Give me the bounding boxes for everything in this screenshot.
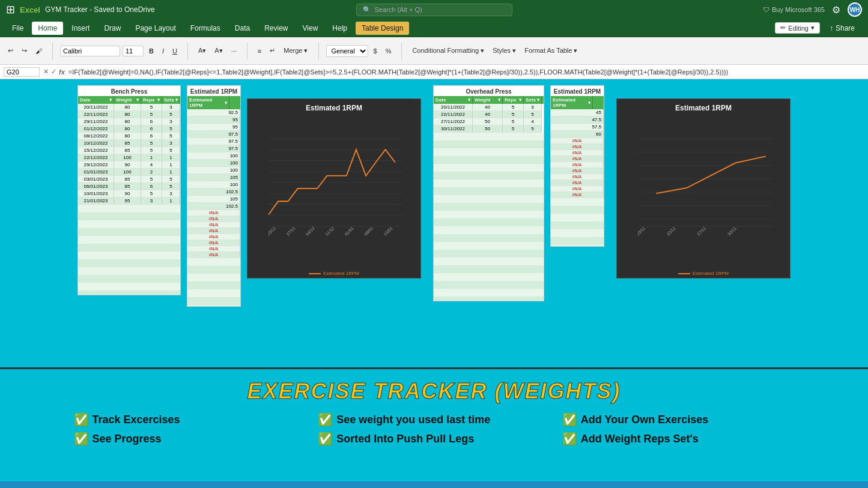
underline-button[interactable]: U — [169, 46, 180, 56]
banner-features: ✅ Track Excercises ✅ See weight you used… — [74, 412, 795, 446]
table-cell: 105 — [187, 174, 240, 181]
pencil-icon: ✏ — [780, 24, 786, 32]
est1rpm-overhead-header: Estimated 1RPM▾ — [551, 96, 604, 109]
table-cell: 50 — [473, 118, 503, 125]
table-row: 47.5 — [551, 116, 604, 124]
est1rpm-overhead-table: Estimated 1RPM Estimated 1RPM▾ 4547.557.… — [550, 85, 604, 247]
table-row: 20/11/20228053 — [78, 104, 180, 111]
table-cell: 80 — [114, 111, 141, 118]
est1rpm-bench-title: Estimated 1RPM — [187, 86, 240, 96]
menu-help[interactable]: Help — [326, 22, 353, 35]
table-row: 102.5 — [187, 188, 240, 196]
table-cell: 50 — [473, 125, 503, 133]
styles-button[interactable]: Styles ▾ — [490, 46, 519, 56]
na-cell: #N/A — [551, 174, 604, 180]
wrap-text-button[interactable]: ↵ — [267, 46, 278, 56]
table-row: 95 — [187, 124, 240, 131]
share-button[interactable]: ↑ Share — [822, 22, 862, 35]
table-cell: 102.5 — [187, 203, 240, 210]
table-cell: 5 — [524, 125, 542, 133]
table-cell: 5 — [141, 140, 162, 147]
menu-draw[interactable]: Draw — [98, 22, 127, 35]
format-painter-button[interactable]: 🖌 — [32, 46, 45, 56]
number-format-selector[interactable]: General — [326, 45, 368, 57]
search-box[interactable]: 🔍 Search (Alt + Q) — [356, 4, 512, 16]
font-selector[interactable] — [60, 46, 120, 56]
th-date: Date▾ — [78, 96, 114, 104]
italic-button[interactable]: I — [159, 46, 167, 56]
feature-weightreps: ✅ Add Weight Reps Set's — [562, 432, 795, 446]
feature-progress-label: See Progress — [93, 433, 162, 445]
table-cell: 29/11/2022 — [78, 118, 114, 125]
table-cell: 6 — [141, 125, 162, 133]
menu-tabledesign[interactable]: Table Design — [356, 22, 409, 35]
table-row: #N/A — [187, 222, 240, 228]
merge-button[interactable]: Merge ▾ — [281, 46, 311, 56]
percent-button[interactable]: % — [383, 46, 395, 56]
bench-chart-area: 106 104 102 100 98 96 94 92 90 20/11 27/… — [247, 115, 420, 269]
bench-chart-panel: Estimated 1RPM 106 104 102 100 98 96 — [247, 98, 421, 279]
table-cell: 5 — [162, 133, 180, 140]
redo-button[interactable]: ↪ — [19, 46, 30, 56]
menu-home[interactable]: Home — [32, 22, 63, 35]
table-cell: 5 — [162, 111, 180, 118]
confirm-formula-icon[interactable]: ✓ — [51, 68, 56, 76]
table-row: 95 — [187, 116, 240, 124]
table-row: 100 — [187, 181, 240, 188]
menu-pagelayout[interactable]: Page Layout — [129, 22, 181, 35]
editing-badge[interactable]: ✏ Editing ▾ — [775, 22, 820, 34]
font-size-selector[interactable] — [123, 46, 144, 56]
avatar[interactable]: WH — [848, 2, 862, 17]
ms365-link[interactable]: 🛡 Buy Microsoft 365 — [763, 6, 825, 13]
number-group: General $ % — [326, 45, 395, 57]
table-row: #N/A — [187, 228, 240, 234]
insert-function-icon[interactable]: fx — [59, 68, 65, 76]
table-row: 20/11/20224053 — [434, 104, 544, 111]
cell-reference-input[interactable] — [4, 67, 40, 77]
align-group: ≡ ↵ Merge ▾ — [255, 46, 311, 56]
table-cell: 22/12/2022 — [78, 154, 114, 161]
table-row: 97.5 — [187, 131, 240, 138]
align-left-button[interactable]: ≡ — [255, 46, 264, 56]
table-row: 10/01/20239053 — [78, 190, 180, 197]
table-row: #N/A — [551, 180, 604, 186]
th-sets: Sets▾ — [162, 96, 180, 104]
font-color-button[interactable]: A▾ — [211, 46, 225, 56]
style-group: Conditional Formatting ▾ Styles ▾ Format… — [409, 46, 580, 56]
menu-data[interactable]: Data — [229, 22, 256, 35]
table-row: 57.5 — [551, 124, 604, 131]
est1rpm-bench-header: Estimated 1RPM▾ — [187, 96, 240, 109]
table-row: #N/A — [187, 234, 240, 240]
table-cell: 97.5 — [187, 131, 240, 138]
table-cell: 80 — [114, 133, 141, 140]
conditional-formatting-button[interactable]: Conditional Formatting ▾ — [409, 46, 487, 56]
format-as-table-button[interactable]: Format As Table ▾ — [521, 46, 580, 56]
table-cell: 95 — [187, 124, 240, 131]
more-button[interactable]: ··· — [228, 46, 240, 56]
menu-review[interactable]: Review — [258, 22, 294, 35]
table-cell: 105 — [187, 196, 240, 203]
table-cell: 03/01/2023 — [78, 176, 114, 183]
currency-button[interactable]: $ — [371, 46, 380, 56]
menu-formulas[interactable]: Formulas — [184, 22, 226, 35]
bottom-banner: EXERCISE TRACKER (WEIGHTS) ✅ Track Excer… — [0, 367, 868, 481]
fill-color-button[interactable]: A▾ — [195, 46, 209, 56]
svg-text:27/11: 27/11 — [285, 226, 296, 236]
bold-button[interactable]: B — [146, 46, 157, 56]
menu-insert[interactable]: Insert — [65, 22, 96, 35]
grid-icon[interactable]: ⊞ — [6, 3, 15, 16]
menu-file[interactable]: File — [6, 22, 29, 35]
table-cell: 80 — [114, 125, 141, 133]
cancel-formula-icon[interactable]: ✕ — [43, 68, 49, 76]
menu-view[interactable]: View — [297, 22, 324, 35]
table-row: #N/A — [551, 186, 604, 192]
table-cell: 95 — [114, 197, 141, 205]
table-cell: 85 — [114, 176, 141, 183]
table-row: 01/01/202310021 — [78, 169, 180, 176]
gear-icon[interactable]: ⚙ — [832, 4, 840, 16]
table-cell: 3 — [141, 197, 162, 205]
undo-button[interactable]: ↩ — [5, 46, 16, 56]
na-cell: #N/A — [551, 180, 604, 186]
feature-add-label: Add Your Own Exercises — [581, 414, 708, 426]
table-cell: 27/11/2022 — [434, 118, 473, 125]
